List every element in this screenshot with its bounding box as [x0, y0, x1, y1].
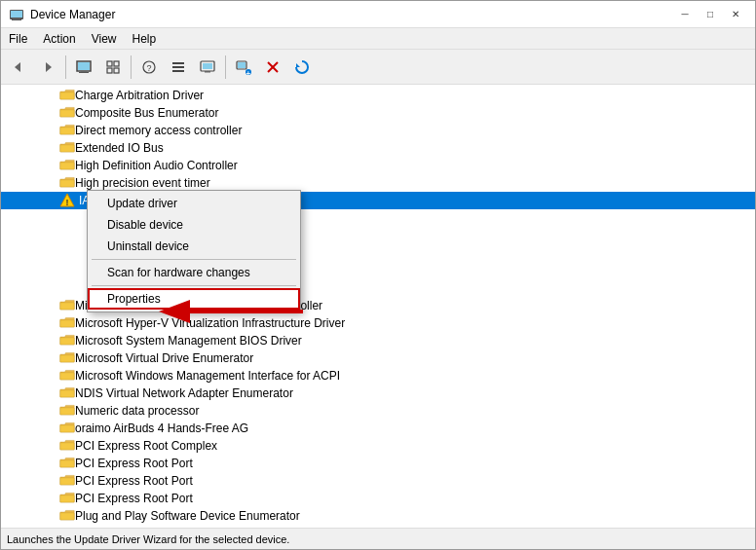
svg-rect-38 [60, 320, 74, 327]
window-title: Device Manager [30, 8, 115, 21]
svg-rect-46 [60, 460, 74, 467]
device-manager-window: Device Manager ─ □ ✕ File Action View He… [0, 0, 756, 550]
menu-view[interactable]: View [84, 28, 125, 49]
list-item[interactable]: NDIS Virtual Network Adapter Enumerator [1, 385, 755, 402]
folder-icon [59, 316, 75, 330]
close-button[interactable]: ✕ [724, 5, 747, 24]
toolbar-separator-1 [65, 55, 66, 79]
list-item[interactable]: Microsoft Windows Management Interface f… [1, 367, 755, 385]
remove-button[interactable] [259, 54, 286, 81]
svg-rect-10 [107, 61, 112, 66]
svg-marker-5 [46, 62, 52, 72]
folder-icon [59, 124, 75, 137]
scan-button[interactable] [288, 54, 316, 81]
svg-rect-47 [60, 478, 74, 485]
list-item[interactable]: Charge Arbitration Driver [1, 87, 755, 104]
svg-rect-16 [172, 62, 184, 64]
svg-rect-3 [12, 19, 21, 20]
svg-rect-29 [60, 92, 74, 99]
svg-text:?: ? [147, 63, 152, 73]
title-bar-left: Device Manager [9, 7, 115, 22]
svg-rect-43 [60, 408, 74, 415]
list-item[interactable]: oraimo AirBuds 4 Hands-Free AG [1, 420, 755, 437]
svg-text:!: ! [66, 198, 69, 207]
svg-rect-49 [60, 513, 74, 520]
folder-icon [59, 176, 75, 190]
list-item[interactable]: PCI Express Root Complex [1, 437, 755, 455]
list-item[interactable]: Direct memory access controller [1, 122, 755, 139]
minimize-button[interactable]: ─ [673, 5, 697, 24]
list-item[interactable]: Microsoft Hyper-V Virtualization Infrast… [1, 314, 755, 332]
folder-icon [59, 89, 75, 102]
list-item[interactable]: PCI Express Root Port [1, 490, 755, 507]
list-item[interactable]: Microsoft System Management BIOS Driver [1, 332, 755, 349]
list-item[interactable]: Numeric data processor [1, 402, 755, 420]
svg-rect-48 [60, 495, 74, 502]
list-item[interactable]: Microsoft Virtual Drive Enumerator [1, 349, 755, 367]
folder-icon [59, 106, 75, 120]
forward-icon [40, 59, 56, 75]
display-button[interactable] [194, 54, 221, 81]
svg-marker-4 [15, 62, 20, 72]
svg-rect-33 [60, 163, 74, 169]
list-item[interactable]: Plug and Play Software Device Enumerator [1, 507, 755, 525]
folder-icon [59, 457, 75, 470]
folder-icon [59, 369, 75, 383]
folder-icon [59, 386, 75, 400]
window-icon [9, 7, 24, 22]
svg-rect-23 [238, 62, 246, 68]
menu-action[interactable]: Action [35, 28, 83, 49]
folder-icon [59, 159, 75, 172]
menu-help[interactable]: Help [125, 28, 165, 49]
add-button[interactable]: + [230, 54, 257, 81]
view-icon [170, 59, 186, 75]
folder-icon [59, 509, 75, 523]
context-uninstall-device[interactable]: Uninstall device [88, 236, 300, 257]
svg-rect-21 [205, 71, 210, 73]
context-disable-device[interactable]: Disable device [88, 214, 300, 236]
folder-icon [59, 492, 75, 505]
list-item[interactable]: PCI Express Root Port [1, 455, 755, 472]
context-properties[interactable]: Properties [88, 288, 300, 310]
list-item[interactable]: High Definition Audio Controller [1, 157, 755, 174]
svg-rect-17 [172, 66, 184, 68]
list-item[interactable]: PCI Express Root Port [1, 472, 755, 490]
svg-rect-45 [60, 443, 74, 450]
svg-rect-30 [60, 110, 74, 117]
svg-rect-39 [60, 338, 74, 345]
remove-icon [265, 59, 281, 75]
status-bar: Launches the Update Driver Wizard for th… [1, 528, 755, 549]
svg-rect-9 [79, 72, 89, 73]
toolbar-separator-3 [225, 55, 226, 79]
context-update-driver[interactable]: Update driver [88, 193, 300, 214]
forward-button[interactable] [34, 54, 61, 81]
svg-rect-44 [60, 425, 74, 432]
folder-icon [59, 351, 75, 365]
display-icon [200, 59, 215, 75]
list-item[interactable]: Extended IO Bus [1, 139, 755, 157]
svg-rect-40 [60, 355, 74, 362]
help-button[interactable]: ? [135, 54, 163, 81]
scan-icon [294, 59, 310, 75]
svg-rect-37 [60, 303, 74, 310]
folder-icon [59, 404, 75, 418]
folder-icon [59, 299, 75, 312]
maximize-button[interactable]: □ [699, 5, 722, 24]
svg-rect-31 [60, 128, 74, 134]
menu-file[interactable]: File [1, 28, 35, 49]
svg-rect-7 [78, 62, 90, 70]
back-button[interactable] [5, 54, 32, 81]
svg-rect-42 [60, 390, 74, 397]
svg-marker-28 [296, 63, 300, 67]
svg-rect-1 [11, 11, 22, 18]
view-button[interactable] [165, 54, 192, 81]
back-icon [11, 59, 26, 75]
add-icon: + [236, 59, 251, 75]
toolbar: ? + [1, 50, 755, 85]
context-scan-hardware[interactable]: Scan for hardware changes [88, 262, 300, 283]
computer-button[interactable] [70, 54, 97, 81]
expand-button[interactable] [99, 54, 127, 81]
list-item[interactable]: Composite Bus Enumerator [1, 104, 755, 122]
svg-rect-32 [60, 145, 74, 152]
svg-text:+: + [246, 68, 251, 75]
